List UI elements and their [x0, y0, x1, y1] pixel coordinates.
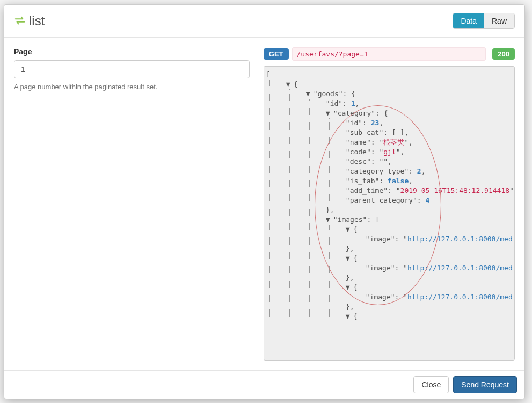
swap-icon — [14, 15, 26, 28]
page-help: A page number within the paginated resul… — [14, 83, 250, 91]
json-key: parent_category — [346, 196, 417, 204]
json-value: gjl — [379, 148, 400, 156]
toggle-icon[interactable]: ▼ — [306, 89, 311, 99]
tab-group: Data Raw — [453, 13, 515, 29]
json-key: desc — [346, 157, 371, 165]
toggle-icon[interactable]: ▼ — [346, 254, 351, 263]
json-key: category_type — [346, 167, 409, 175]
json-value — [379, 157, 388, 165]
json-key: is_tab — [346, 177, 380, 185]
modal-body: Page A page number within the paginated … — [4, 38, 524, 371]
method-badge: GET — [264, 48, 289, 60]
status-badge: 200 — [492, 48, 515, 60]
page-input[interactable] — [14, 60, 250, 78]
json-value: false — [388, 177, 409, 185]
json-key: image — [366, 293, 395, 301]
json-value: 4 — [426, 196, 430, 204]
json-key: add_time — [346, 186, 388, 195]
json-value: 2019-05-16T15:48:12.914418 — [396, 186, 514, 195]
modal-dialog: list Data Raw Page A page number within … — [4, 4, 525, 399]
page-label: Page — [14, 47, 250, 56]
json-key: goods — [314, 90, 343, 98]
modal-header: list Data Raw — [4, 5, 524, 38]
close-button[interactable]: Close — [413, 376, 449, 393]
request-url: /userfavs/?page=1 — [292, 47, 486, 61]
json-value: 根茎类 — [379, 138, 409, 146]
title-wrap: list — [14, 13, 45, 28]
json-key: id — [326, 99, 342, 107]
json-value: 2 — [417, 167, 421, 175]
toggle-icon[interactable]: ▼ — [346, 225, 351, 234]
json-link[interactable]: http://127.0.0.1:8000/media/ — [407, 235, 515, 243]
json-key: category — [333, 109, 375, 117]
json-key: images — [333, 215, 367, 224]
json-key: code — [346, 148, 371, 156]
tab-data[interactable]: Data — [453, 13, 484, 28]
json-value: 1 — [351, 99, 355, 107]
json-viewer[interactable]: [ ▼{ ▼goods: { id: 1, ▼category: { id: 2… — [264, 66, 515, 361]
send-request-button[interactable]: Send Request — [453, 376, 517, 393]
tab-raw[interactable]: Raw — [484, 13, 514, 28]
form-pane: Page A page number within the paginated … — [4, 38, 259, 370]
json-link[interactable]: http://127.0.0.1:8000/media/ — [407, 264, 515, 272]
request-line: GET /userfavs/?page=1 200 — [264, 47, 515, 61]
toggle-icon[interactable]: ▼ — [346, 283, 351, 292]
toggle-icon[interactable]: ▼ — [326, 109, 331, 118]
json-key: image — [366, 264, 395, 272]
toggle-icon[interactable]: ▼ — [326, 215, 331, 225]
json-value: 23 — [371, 119, 380, 127]
modal-footer: Close Send Request — [4, 371, 524, 399]
modal-title: list — [29, 13, 45, 28]
json-key: id — [346, 119, 362, 127]
json-key: image — [366, 235, 395, 243]
response-pane: GET /userfavs/?page=1 200 [ ▼{ ▼goods: {… — [259, 38, 524, 370]
json-key: sub_cat — [346, 128, 383, 136]
toggle-icon[interactable]: ▼ — [346, 312, 351, 321]
json-key: name — [346, 138, 371, 146]
toggle-icon[interactable]: ▼ — [286, 80, 291, 89]
json-link[interactable]: http://127.0.0.1:8000/media/ — [407, 293, 515, 301]
